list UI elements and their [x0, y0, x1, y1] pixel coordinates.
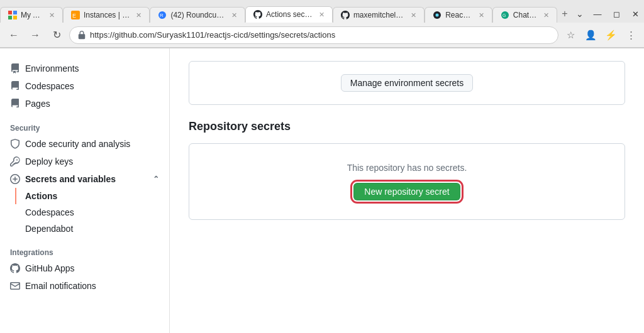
bookmark-icon[interactable]: ☆ — [562, 27, 579, 43]
sidebar: Environments Codespaces Pages Security — [0, 48, 170, 333]
reload-button[interactable]: ↻ — [48, 26, 65, 44]
sidebar-secrets-variables-label: Secrets and variables — [25, 174, 116, 184]
sidebar-item-github-apps[interactable]: GitHub Apps — [0, 259, 169, 277]
tab-ctrl-dropdown[interactable]: ⌄ — [572, 6, 587, 21]
sidebar-item-environments[interactable]: Environments — [0, 60, 169, 77]
forward-button[interactable]: → — [26, 26, 44, 44]
sidebar-item-code-security[interactable]: Code security and analysis — [0, 135, 169, 153]
minimize-button[interactable]: — — [589, 5, 606, 23]
tab-label-maxemitchell: maxemitchell/por... — [353, 11, 404, 19]
tab-favicon-roundcube: R — [158, 11, 167, 19]
sidebar-item-pages[interactable]: Pages — [0, 95, 169, 112]
tab-favicon-react-app — [433, 11, 441, 19]
sidebar-deploy-keys-label: Deploy keys — [25, 156, 73, 166]
tab-close-maxemitchell[interactable]: ✕ — [411, 11, 416, 19]
sidebar-codespaces-label: Codespaces — [25, 81, 74, 91]
security-section-label: Security — [0, 117, 169, 135]
sidebar-pages-label: Pages — [25, 99, 50, 109]
environments-icon — [10, 63, 20, 74]
svg-rect-0 — [8, 11, 12, 14]
new-repository-secret-button[interactable]: New repository secret — [353, 183, 460, 200]
tab-actions-secrets[interactable]: Actions secrets... ✕ — [245, 6, 333, 23]
tab-label-roundcube: (42) Roundcube V... — [170, 11, 225, 19]
sidebar-sub-item-dependabot[interactable]: Dependabot — [25, 221, 169, 237]
svg-text:E: E — [72, 13, 76, 19]
tab-close-chatgpt[interactable]: ✕ — [543, 11, 549, 19]
tab-chatgpt[interactable]: G ChatGPT ✕ — [492, 7, 557, 23]
tab-favicon-maxemitchell — [341, 11, 350, 19]
tab-label-my-apps: My Apps — [21, 11, 43, 19]
sidebar-code-security-label: Code security and analysis — [25, 139, 130, 149]
sidebar-github-apps-label: GitHub Apps — [25, 263, 75, 273]
address-bar: ← → ↻ https://github.com/Suryask1101/rea… — [0, 23, 644, 48]
manage-environment-secrets-button[interactable]: Manage environment secrets — [341, 74, 474, 92]
page: Environments Codespaces Pages Security — [0, 48, 644, 333]
shield-icon — [10, 139, 20, 149]
tab-close-my-apps[interactable]: ✕ — [49, 11, 55, 19]
address-input[interactable]: https://github.com/Suryask1101/reactjs-c… — [69, 26, 558, 44]
extensions-icon[interactable]: ⚡ — [602, 27, 619, 43]
sidebar-item-codespaces[interactable]: Codespaces — [0, 77, 169, 95]
new-tab-button[interactable]: + — [557, 5, 572, 23]
sidebar-sub-item-codespaces[interactable]: Codespaces — [25, 204, 169, 221]
sidebar-item-secrets-variables[interactable]: Secrets and variables ⌃ — [0, 170, 169, 188]
sidebar-dependabot-label: Dependabot — [25, 224, 73, 234]
window-controls: ⌄ — ◻ ✕ — [572, 5, 644, 23]
tab-maxemitchell[interactable]: maxemitchell/por... ✕ — [333, 7, 425, 23]
svg-rect-3 — [13, 16, 17, 19]
tab-label-react-app: React App — [445, 11, 472, 19]
tab-close-actions-secrets[interactable]: ✕ — [319, 11, 325, 19]
tab-label-actions-secrets: Actions secrets... — [266, 10, 313, 19]
github-apps-icon — [10, 263, 20, 273]
sidebar-item-email-notifications[interactable]: Email notifications — [0, 277, 169, 295]
sidebar-codespaces-sub-label: Codespaces — [25, 207, 74, 217]
sidebar-environments-label: Environments — [25, 63, 79, 74]
plus-circle-icon — [10, 174, 20, 184]
svg-text:R: R — [160, 13, 164, 18]
close-button[interactable]: ✕ — [626, 5, 644, 23]
svg-point-9 — [436, 14, 439, 17]
integrations-section-label: Integrations — [0, 242, 169, 259]
restore-button[interactable]: ◻ — [608, 5, 625, 23]
key-icon — [10, 156, 20, 166]
profile-icon[interactable]: 👤 — [582, 27, 599, 43]
tab-favicon-actions-secrets — [253, 10, 262, 19]
tab-favicon-my-apps — [8, 11, 17, 19]
menu-icon[interactable]: ⋮ — [623, 27, 639, 43]
repository-secrets-title: Repository secrets — [189, 120, 625, 133]
tab-ec2[interactable]: E Instances | EC2 | ✕ — [63, 7, 150, 23]
tab-react-app[interactable]: React App ✕ — [425, 7, 492, 23]
tab-favicon-chatgpt: G — [501, 11, 509, 19]
environment-secrets-box: Manage environment secrets — [189, 61, 625, 105]
tab-close-roundcube[interactable]: ✕ — [231, 11, 237, 19]
tab-close-ec2[interactable]: ✕ — [136, 11, 142, 19]
tab-label-chatgpt: ChatGPT — [513, 11, 537, 19]
sidebar-actions-label: Actions — [25, 191, 57, 201]
tab-label-ec2: Instances | EC2 | — [84, 11, 130, 19]
tab-bar: My Apps ✕ E Instances | EC2 | ✕ R (42) R… — [0, 0, 644, 23]
svg-rect-1 — [13, 11, 17, 14]
lock-icon — [77, 31, 86, 40]
sidebar-sub-items: Actions Codespaces Dependabot — [0, 188, 169, 237]
url-text[interactable]: https://github.com/Suryask1101/reactjs-c… — [90, 30, 335, 40]
back-button[interactable]: ← — [5, 26, 23, 44]
codespaces-icon — [10, 81, 20, 91]
svg-rect-2 — [8, 16, 12, 19]
svg-text:G: G — [502, 13, 506, 18]
tab-favicon-ec2: E — [71, 11, 80, 19]
mail-icon — [10, 281, 20, 291]
tab-my-apps[interactable]: My Apps ✕ — [0, 7, 63, 23]
sidebar-sub-item-actions[interactable]: Actions — [15, 188, 169, 204]
address-icons: ☆ 👤 ⚡ ⋮ — [562, 27, 639, 43]
pages-icon — [10, 99, 20, 109]
chevron-up-icon: ⌃ — [153, 175, 159, 183]
tab-roundcube[interactable]: R (42) Roundcube V... ✕ — [150, 7, 245, 23]
repository-secrets-box: This repository has no secrets. New repo… — [189, 143, 625, 220]
sidebar-email-notifications-label: Email notifications — [25, 281, 96, 291]
sidebar-item-deploy-keys[interactable]: Deploy keys — [0, 153, 169, 170]
main-content: Manage environment secrets Repository se… — [170, 48, 644, 333]
no-secrets-message: This repository has no secrets. — [347, 163, 467, 173]
browser-chrome: My Apps ✕ E Instances | EC2 | ✕ R (42) R… — [0, 0, 644, 48]
tab-close-react-app[interactable]: ✕ — [479, 11, 484, 19]
